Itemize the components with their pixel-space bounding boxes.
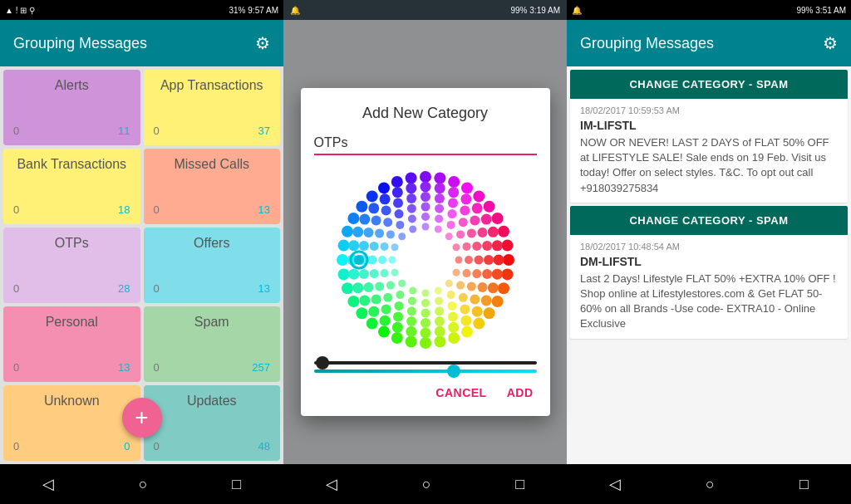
msg-body-0: 18/02/2017 10:59:53 AM IM-LIFSTL NOW OR … xyxy=(570,99,848,203)
category-counts-personal: 0 13 xyxy=(13,361,130,374)
color-wheel-container[interactable] xyxy=(314,169,537,351)
svg-point-94 xyxy=(477,228,487,237)
category-name-alerts: Alerts xyxy=(13,78,130,93)
svg-point-14 xyxy=(356,307,367,319)
category-card-offers[interactable]: Offers 0 13 xyxy=(144,228,281,303)
category-card-alerts[interactable]: Alerts 0 11 xyxy=(3,70,140,145)
nav-btn-□[interactable]: □ xyxy=(499,469,541,500)
nav-btn-◁[interactable]: ◁ xyxy=(593,468,637,500)
message-card-0: CHANGE CATEGORY - SPAM 18/02/2017 10:59:… xyxy=(570,70,848,203)
color-wheel[interactable] xyxy=(334,169,517,351)
category-counts-spam: 0 257 xyxy=(154,361,271,374)
nav-btn-○[interactable]: ○ xyxy=(406,469,448,500)
svg-point-138 xyxy=(456,230,465,238)
svg-point-145 xyxy=(409,287,416,295)
msg-timestamp-1: 18/02/2017 10:48:54 AM xyxy=(580,242,838,252)
msg-action-0[interactable]: CHANGE CATEGORY - SPAM xyxy=(570,70,848,99)
dialog-title: Add New Category xyxy=(314,105,537,122)
settings-icon-left[interactable]: ⚙ xyxy=(255,33,270,53)
svg-point-40 xyxy=(471,306,482,317)
category-name-input[interactable] xyxy=(314,132,537,155)
add-category-dialog: Add New Category xyxy=(301,88,550,416)
count-left-personal: 0 xyxy=(13,361,19,374)
svg-point-57 xyxy=(379,193,390,204)
nav-btn-□[interactable]: □ xyxy=(783,469,825,500)
svg-point-108 xyxy=(367,256,376,265)
svg-point-50 xyxy=(352,282,363,293)
svg-point-127 xyxy=(396,291,404,299)
battery-mid: 99% xyxy=(511,6,528,15)
svg-point-99 xyxy=(458,293,467,302)
svg-point-152 xyxy=(421,223,429,231)
category-name-bank: Bank Transactions xyxy=(13,157,130,172)
add-button[interactable]: ADD xyxy=(504,379,537,406)
svg-point-15 xyxy=(347,296,359,307)
count-right-otps: 28 xyxy=(118,282,130,295)
svg-point-126 xyxy=(407,297,416,306)
category-card-spam[interactable]: Spam 0 257 xyxy=(144,306,281,382)
saturation-slider-row xyxy=(314,369,537,373)
nav-btn-○[interactable]: ○ xyxy=(122,469,165,500)
nav-btn-○[interactable]: ○ xyxy=(689,469,731,500)
svg-point-54 xyxy=(352,227,363,237)
svg-point-154 xyxy=(445,232,452,240)
category-counts-missed: 0 13 xyxy=(154,203,271,216)
nav-btn-□[interactable]: □ xyxy=(215,469,258,500)
category-card-personal[interactable]: Personal 0 13 xyxy=(3,306,140,382)
svg-point-143 xyxy=(434,287,441,295)
settings-icon-right[interactable]: ⚙ xyxy=(823,33,838,53)
svg-point-122 xyxy=(456,281,465,290)
category-card-app[interactable]: App Transactions 0 37 xyxy=(144,70,281,145)
svg-point-34 xyxy=(498,226,509,237)
svg-point-155 xyxy=(452,243,460,251)
category-counts-alerts: 0 11 xyxy=(13,125,130,137)
msg-action-1[interactable]: CHANGE CATEGORY - SPAM xyxy=(570,206,848,235)
svg-point-79 xyxy=(371,294,381,304)
saturation-thumb[interactable] xyxy=(447,365,460,378)
message-card-1: CHANGE CATEGORY - SPAM 18/02/2017 10:48:… xyxy=(570,206,848,339)
svg-point-53 xyxy=(348,240,359,251)
svg-point-2 xyxy=(498,282,509,294)
nav-bar-left: ◁○□ xyxy=(0,464,283,504)
svg-point-47 xyxy=(379,316,390,326)
svg-point-97 xyxy=(472,269,481,278)
svg-point-9 xyxy=(420,337,431,349)
category-card-bank[interactable]: Bank Transactions 0 18 xyxy=(3,149,140,224)
svg-point-68 xyxy=(484,255,494,265)
status-bar-right: 🔔 99% 3:51 AM xyxy=(567,0,851,20)
message-list: CHANGE CATEGORY - SPAM 18/02/2017 10:59:… xyxy=(567,66,851,464)
cancel-button[interactable]: CANCEL xyxy=(432,379,489,406)
category-card-unknown[interactable]: Unknown 0 0 xyxy=(3,385,140,461)
category-card-updates[interactable]: Updates 0 48 xyxy=(144,385,281,461)
category-card-otps[interactable]: OTPs 0 28 xyxy=(3,228,140,303)
msg-sender-1: DM-LIFSTL xyxy=(580,255,838,268)
svg-point-69 xyxy=(482,269,492,279)
add-category-fab[interactable]: + xyxy=(122,398,162,438)
svg-point-65 xyxy=(480,214,491,225)
svg-point-81 xyxy=(358,269,368,279)
svg-point-64 xyxy=(471,203,482,213)
count-left-spam: 0 xyxy=(154,361,160,374)
svg-point-51 xyxy=(348,269,359,280)
brightness-thumb[interactable] xyxy=(316,356,329,369)
svg-point-5 xyxy=(473,318,485,330)
svg-point-140 xyxy=(455,257,462,264)
svg-point-30 xyxy=(461,182,473,193)
svg-point-117 xyxy=(458,218,467,227)
svg-point-59 xyxy=(406,183,416,193)
category-card-missed[interactable]: Missed Calls 0 13 xyxy=(144,149,281,224)
svg-point-20 xyxy=(342,226,353,237)
svg-point-17 xyxy=(337,268,349,280)
msg-sender-0: IM-LIFSTL xyxy=(580,119,838,132)
svg-point-75 xyxy=(421,318,430,328)
svg-point-12 xyxy=(378,326,390,338)
msg-body-1: 18/02/2017 10:48:54 AM DM-LIFSTL Last 2 … xyxy=(570,235,848,339)
nav-btn-◁[interactable]: ◁ xyxy=(309,468,354,500)
category-name-app: App Transactions xyxy=(154,78,271,93)
svg-point-156 xyxy=(401,235,450,285)
svg-point-42 xyxy=(448,322,459,333)
svg-point-58 xyxy=(391,187,402,198)
category-counts-otps: 0 28 xyxy=(13,282,130,295)
count-right-spam: 257 xyxy=(252,361,270,374)
nav-btn-◁[interactable]: ◁ xyxy=(26,468,71,500)
